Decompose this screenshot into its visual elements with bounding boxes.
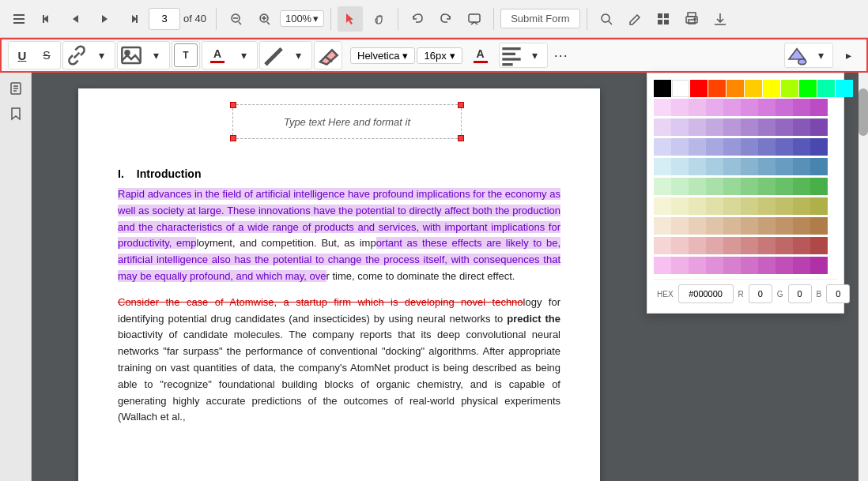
color-row-9 (654, 257, 837, 274)
left-sidebar (0, 73, 32, 481)
submit-form-button[interactable]: Submit Form (500, 9, 579, 28)
selection-handle-bl[interactable] (230, 135, 236, 141)
text-align-button[interactable] (500, 43, 523, 67)
color-picker-popup: HEX R G B › (647, 73, 844, 314)
collapse-toolbar-button[interactable]: ▸ (836, 43, 860, 67)
fill-color-dropdown[interactable]: ▾ (809, 43, 832, 67)
font-size: 16px (424, 50, 446, 62)
svg-rect-21 (658, 20, 662, 24)
color-row-1 (654, 99, 837, 116)
text-box-placeholder: Type text Here and format it (284, 116, 410, 128)
color-green[interactable] (799, 80, 817, 97)
separator5 (587, 8, 587, 30)
page-number-input[interactable]: 3 (149, 8, 180, 30)
underline-button[interactable]: U (10, 43, 34, 67)
svg-rect-22 (664, 20, 669, 24)
r-input[interactable] (749, 284, 772, 303)
menu-button[interactable] (6, 6, 32, 32)
zoom-display[interactable]: 100% ▾ (280, 10, 324, 27)
image-button[interactable] (119, 43, 143, 67)
link-group: ▾ (62, 41, 115, 70)
section-title: Introduction (137, 167, 202, 180)
selection-handle-tl[interactable] (230, 102, 236, 108)
selection-handle-br[interactable] (458, 135, 464, 141)
link-dropdown[interactable]: ▾ (89, 43, 113, 67)
align-dropdown[interactable]: ▾ (523, 43, 547, 67)
font-size-select[interactable]: 16px ▾ (417, 47, 462, 64)
next-page-button[interactable] (92, 6, 117, 32)
comment-button[interactable] (462, 6, 487, 32)
b-label: B (817, 290, 822, 299)
hex-input[interactable] (678, 284, 734, 303)
text-selection-box[interactable]: Type text Here and format it (232, 104, 462, 139)
sidebar-pages-icon[interactable] (6, 79, 25, 98)
svg-rect-32 (502, 53, 515, 55)
zoom-chevron: ▾ (313, 13, 319, 24)
separator (216, 8, 217, 30)
image-dropdown[interactable]: ▾ (144, 43, 168, 67)
pdf-viewer[interactable]: Type text Here and format it I. Introduc… (32, 73, 647, 481)
text-color-dropdown[interactable]: ▾ (232, 43, 255, 67)
grid-view-button[interactable] (651, 6, 676, 32)
pen-dropdown[interactable]: ▾ (286, 43, 310, 67)
strikethrough-text: Consider the case of Atomwise, a startup… (118, 296, 523, 308)
color-yellow-orange[interactable] (745, 80, 762, 97)
first-page-button[interactable] (35, 6, 60, 32)
more-options-button[interactable]: ··· (549, 43, 573, 67)
g-label: G (777, 290, 783, 299)
svg-point-17 (602, 14, 609, 22)
textbox-button[interactable]: T (174, 43, 198, 67)
format-toolbar-right: ▾ ▸ (784, 43, 860, 68)
select-tool-button[interactable] (338, 6, 363, 32)
prev-page-button[interactable] (63, 6, 89, 32)
sidebar-bookmark-icon[interactable] (6, 104, 25, 123)
svg-line-18 (609, 21, 612, 24)
scrollbar-thumb[interactable] (859, 88, 868, 136)
color-row-5 (654, 178, 837, 195)
eraser-button[interactable] (316, 43, 340, 67)
font-color-a-button[interactable]: A (467, 43, 494, 67)
color-gradient-grid (654, 99, 837, 276)
last-page-button[interactable] (120, 6, 145, 32)
color-cyan[interactable] (836, 80, 853, 97)
g-input[interactable] (788, 284, 812, 303)
hex-label: HEX (657, 290, 674, 299)
color-red[interactable] (690, 80, 708, 97)
next-color-button[interactable]: › (855, 284, 859, 303)
color-white[interactable] (672, 80, 689, 97)
textbox-group: T (172, 41, 200, 70)
strikethrough-button[interactable]: S (35, 43, 58, 67)
pen-button[interactable] (262, 43, 285, 67)
fill-color-button[interactable] (785, 43, 809, 67)
hand-tool-button[interactable] (366, 6, 391, 32)
zoom-in-button[interactable] (251, 6, 277, 32)
section-num: I. (118, 167, 124, 180)
selection-handle-tr[interactable] (458, 102, 464, 108)
image-group: ▾ (117, 41, 170, 70)
color-orange[interactable] (726, 80, 744, 97)
color-yellow[interactable] (763, 80, 780, 97)
r-label: R (738, 290, 744, 299)
undo-button[interactable] (405, 6, 430, 32)
color-orange-red[interactable] (708, 80, 726, 97)
font-select[interactable]: Helvetica ▾ (350, 47, 415, 64)
redo-button[interactable] (433, 6, 459, 32)
separator2 (330, 8, 331, 30)
text-color-button[interactable]: A (204, 43, 231, 67)
download-button[interactable] (708, 6, 733, 32)
svg-rect-19 (658, 13, 662, 18)
svg-point-26 (694, 18, 696, 20)
search-button[interactable] (594, 6, 619, 32)
color-black[interactable] (654, 80, 671, 97)
b-input[interactable] (826, 284, 850, 303)
color-row-8 (654, 237, 837, 254)
print-button[interactable] (679, 6, 704, 32)
main-area: Type text Here and format it I. Introduc… (0, 73, 868, 481)
text-style-group: U S (8, 41, 61, 70)
link-button[interactable] (65, 43, 89, 67)
edit-button[interactable] (622, 6, 647, 32)
color-teal[interactable] (817, 80, 835, 97)
color-yellow-green[interactable] (781, 80, 798, 97)
svg-rect-20 (664, 13, 669, 18)
zoom-out-button[interactable] (223, 6, 248, 32)
